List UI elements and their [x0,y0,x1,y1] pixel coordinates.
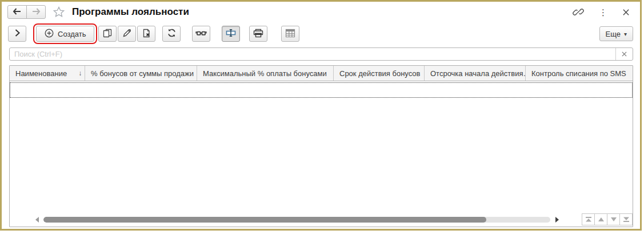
title-bar: Программы лояльности ⋮ [2,2,640,22]
go-last-button[interactable] [619,213,633,225]
printer-icon [253,29,263,39]
table-header-row: Наименование ↓ % бонусов от суммы продаж… [10,66,633,81]
empty-row-focus-rect[interactable] [10,82,633,98]
column-header-name[interactable]: Наименование ↓ [10,66,85,81]
table-bottom-bar [10,213,633,227]
copy-button[interactable] [98,26,117,42]
print-button[interactable] [249,26,267,42]
output-list-button[interactable] [281,26,299,42]
column-header-max-payment-percent[interactable]: Максимальный % оплаты бонусами [197,66,334,81]
search-input[interactable] [10,48,615,60]
arrow-left-icon [13,7,22,17]
page-title: Программы лояльности [72,6,189,18]
column-header-label: Срок действия бонусов [339,69,421,78]
kebab-menu-icon[interactable]: ⋮ [599,8,607,17]
row-navigation-buttons [582,213,633,225]
column-header-label: Контроль списания по SMS [531,69,626,78]
column-header-bonus-validity[interactable]: Срок действия бонусов [334,66,425,81]
go-last-icon [623,216,630,223]
column-header-label: Отсрочка начала действия… [430,69,526,78]
refresh-icon [167,28,177,39]
table-body-empty [10,81,633,213]
sort-descending-icon: ↓ [78,69,82,77]
history-nav-group [7,5,46,19]
plus-circle-icon [45,29,54,39]
text-cursor-field-icon [225,29,237,39]
arrow-right-icon [31,7,41,17]
favorite-star-icon[interactable] [53,6,65,18]
column-header-sms-control[interactable]: Контроль списания по SMS [526,66,633,81]
scrollbar-track[interactable] [43,217,550,223]
glasses-icon [195,30,207,38]
red-highlight-annotation: Создать [33,23,97,44]
column-header-label: Наименование [15,69,67,78]
go-first-button[interactable] [582,213,595,225]
column-header-label: % бонусов от суммы продажи [91,69,194,78]
loyalty-programs-table: Наименование ↓ % бонусов от суммы продаж… [9,65,633,227]
link-icon[interactable] [573,6,584,18]
search-box [9,47,633,61]
caret-down-icon: ▾ [624,31,627,37]
set-period-button[interactable] [192,26,210,42]
column-header-bonus-percent[interactable]: % бонусов от суммы продажи [85,66,197,81]
scroll-left-icon[interactable] [33,217,39,223]
expand-panel-button[interactable] [8,26,26,42]
triangle-down-icon [610,217,617,222]
more-button[interactable]: Еще ▾ [599,26,633,41]
copy-icon [103,29,112,39]
close-icon[interactable] [622,9,630,16]
scroll-right-icon[interactable] [555,217,562,223]
forward-button[interactable] [26,5,46,19]
go-next-button[interactable] [607,213,620,225]
triangle-up-icon [598,217,605,222]
column-header-label: Максимальный % оплаты бонусами [203,69,327,78]
clear-search-button[interactable] [615,48,633,60]
create-button[interactable]: Создать [36,26,94,42]
list-toolbar: Создать [2,22,640,45]
create-button-label: Создать [58,30,86,38]
go-previous-button[interactable] [594,213,607,225]
loyalty-programs-window: Программы лояльности ⋮ [0,0,642,231]
column-header-start-delay[interactable]: Отсрочка начала действия… [425,66,526,81]
edit-button[interactable] [118,26,136,42]
scrollbar-thumb[interactable] [43,217,486,223]
horizontal-scrollbar [33,217,562,223]
back-button[interactable] [7,5,27,19]
delete-document-icon [142,29,151,39]
inline-edit-toggle-button[interactable] [222,26,240,42]
refresh-button[interactable] [162,26,181,42]
titlebar-actions: ⋮ [573,6,640,18]
more-button-label: Еще [606,30,621,38]
go-first-icon [585,216,592,223]
pencil-icon [122,29,131,39]
chevron-right-icon [15,29,20,38]
delete-button[interactable] [137,26,155,42]
search-row [2,45,640,61]
table-grid-icon [285,29,295,39]
